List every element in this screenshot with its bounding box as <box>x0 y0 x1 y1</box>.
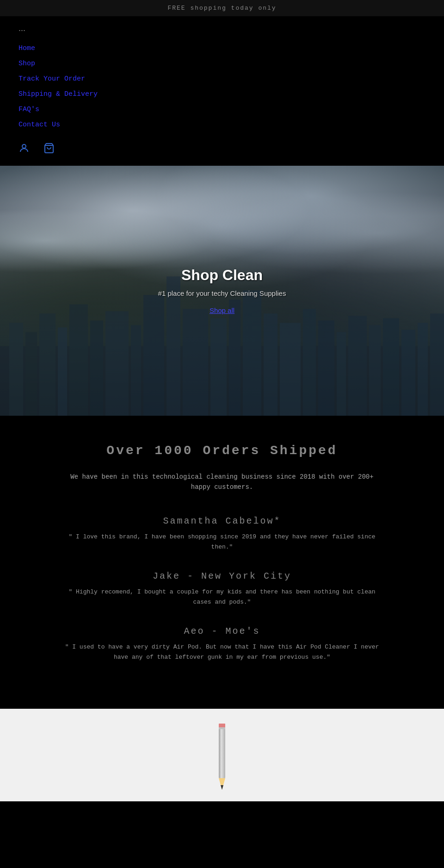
product-image <box>0 709 444 801</box>
account-icon[interactable] <box>18 143 30 156</box>
svg-rect-3 <box>9 323 23 416</box>
nav-track-order[interactable]: Track Your Order <box>18 75 426 83</box>
testimonial-1: Samantha Cabelow* " I love this brand, I… <box>18 516 426 552</box>
nav-utility-icons <box>18 143 426 156</box>
nav-faqs[interactable]: FAQ's <box>18 106 426 113</box>
svg-rect-14 <box>210 318 227 416</box>
shop-all-button[interactable]: Shop all <box>210 306 234 314</box>
testimonial-2: Jake - New York City " Highly recomend, … <box>18 571 426 607</box>
svg-rect-15 <box>229 300 240 416</box>
svg-rect-29 <box>219 727 225 778</box>
svg-rect-24 <box>383 318 399 416</box>
nav-shop[interactable]: Shop <box>18 60 426 68</box>
testimonial-3-name: Aeo - Moe's <box>18 626 426 637</box>
promo-text: FREE shopping today only <box>167 5 276 12</box>
hero-content: Shop Clean #1 place for your techy Clean… <box>158 267 286 315</box>
nav-contact[interactable]: Contact Us <box>18 121 426 129</box>
promo-banner: FREE shopping today only <box>0 0 444 16</box>
svg-rect-13 <box>183 309 208 416</box>
hamburger-menu-icon[interactable]: ··· <box>18 25 426 35</box>
testimonial-3: Aeo - Moe's " I used to have a very dirt… <box>18 626 426 662</box>
svg-rect-22 <box>348 316 367 416</box>
cart-icon[interactable] <box>43 143 55 156</box>
svg-rect-5 <box>39 313 56 416</box>
navigation: ··· Home Shop Track Your Order Shipping … <box>0 16 444 166</box>
svg-rect-18 <box>280 323 301 416</box>
svg-point-0 <box>22 144 26 148</box>
svg-rect-6 <box>58 327 67 416</box>
svg-rect-19 <box>303 309 316 416</box>
hero-title: Shop Clean <box>158 267 286 284</box>
nav-shipping[interactable]: Shipping & Delivery <box>18 90 426 98</box>
stats-section: Over 1000 Orders Shipped We have been in… <box>0 416 444 709</box>
nav-links-list: Home Shop Track Your Order Shipping & De… <box>18 44 426 129</box>
pencil-icon <box>204 718 240 792</box>
svg-rect-23 <box>369 325 381 416</box>
testimonial-1-name: Samantha Cabelow* <box>18 516 426 526</box>
svg-rect-26 <box>418 323 428 416</box>
svg-marker-31 <box>221 785 223 790</box>
svg-rect-20 <box>318 320 334 416</box>
svg-rect-25 <box>401 330 415 416</box>
svg-rect-8 <box>90 320 103 416</box>
svg-rect-17 <box>264 313 278 416</box>
svg-rect-9 <box>105 311 129 416</box>
svg-rect-10 <box>131 325 141 416</box>
stats-description: We have been in this technological clean… <box>60 472 384 493</box>
nav-home[interactable]: Home <box>18 44 426 52</box>
hero-section: Shop Clean #1 place for your techy Clean… <box>0 166 444 416</box>
stats-title: Over 1000 Orders Shipped <box>18 443 426 458</box>
testimonial-2-text: " Highly recomend, I bought a couple for… <box>65 587 379 607</box>
product-preview-section <box>0 709 444 801</box>
svg-rect-33 <box>219 727 225 729</box>
testimonial-2-name: Jake - New York City <box>18 571 426 581</box>
svg-rect-27 <box>430 313 444 416</box>
svg-rect-7 <box>69 304 88 416</box>
testimonial-3-text: " I used to have a very dirty Air Pod. B… <box>65 642 379 662</box>
hero-subtitle: #1 place for your techy Cleaning Supplie… <box>158 289 286 297</box>
testimonial-1-text: " I love this brand, I have been shoppin… <box>65 532 379 552</box>
svg-rect-4 <box>25 332 37 416</box>
svg-rect-21 <box>337 332 346 416</box>
